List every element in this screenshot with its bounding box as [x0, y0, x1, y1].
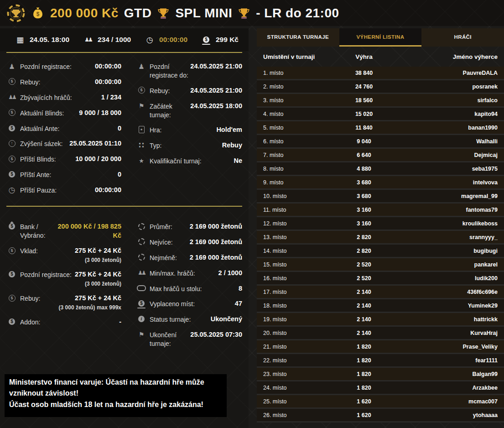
name-cell: Balgan99 [395, 371, 498, 377]
tab-tournament-structure[interactable]: STRUKTURA TURNAJE [257, 28, 339, 47]
tournament-stats-grid: Bank / Vybráno: 200 000 Kč / 198 825 Kč … [0, 213, 249, 356]
app-logo [6, 4, 26, 23]
moneybag-header-icon: $ [31, 6, 45, 20]
flag-icon [136, 102, 147, 110]
tab-players[interactable]: HRÁČI [421, 28, 504, 47]
name-cell: kapito94 [395, 111, 498, 117]
winner-row: 6. místo 9 040 Walhalli [257, 135, 504, 149]
info-value: 25.05.2025 01:10 [69, 139, 121, 148]
place-cell: 14. místo [263, 248, 333, 254]
win-cell: 3 680 [333, 179, 395, 186]
info-value: - [119, 318, 121, 327]
place-cell: 5. místo [263, 125, 333, 131]
place-cell: 9. místo [263, 179, 333, 186]
gtd-label: GTD [124, 6, 152, 21]
app-header: $ 200 000 Kč GTD SPL MINI - LR do 21:00 [0, 0, 504, 26]
winner-row: 25. místo 1 620 mcmac007 [257, 395, 504, 409]
name-cell: posranek [395, 84, 498, 90]
info-label: Příští Pauza: [20, 186, 95, 195]
info-subvalue: (3 000 žetonů) [6, 256, 121, 264]
info-label: Addon: [20, 318, 119, 327]
name-cell: magremal_99 [395, 193, 498, 199]
stopwatch-icon [144, 36, 155, 44]
info-label: Rebuy: [20, 78, 95, 87]
name-cell: Yuminek29 [395, 303, 498, 309]
winner-row: 16. místo 2 520 ludik200 [257, 272, 504, 286]
place-cell: 20. místo [263, 330, 333, 336]
winner-row: 12. místo 3 160 kroulikeboss [257, 217, 504, 231]
info-label: Příští Blinds: [20, 155, 75, 164]
win-cell: 2 820 [333, 234, 395, 240]
name-cell: KurvaHraj [395, 330, 498, 336]
info-row: Max hráčů u stolu: 8 [136, 284, 242, 293]
info-row: Příští Ante: 0 [6, 170, 121, 179]
winner-row: 17. místo 2 140 436f6c696e [257, 286, 504, 299]
tournament-info-panel: 24.05. 18:00 234 / 1000 00:00:00 299 Kč [0, 28, 249, 428]
name-cell: sirfalco [395, 97, 498, 104]
gold-divider [6, 206, 242, 207]
info-value: 275 Kč + 24 Kč [75, 294, 121, 303]
info-row: Kvalifikační turnaj: Ne [136, 157, 242, 166]
coins-icon [6, 78, 17, 86]
moneybag-icon [6, 222, 17, 230]
info-value: 24.05.2025 18:00 [190, 102, 242, 111]
payout-icon [136, 299, 147, 308]
place-cell: 21. místo [263, 344, 333, 350]
winner-row: 1. místo 38 840 PauvreDALA [257, 67, 504, 80]
place-cell: 2. místo [263, 84, 333, 90]
name-cell: ytohaaaa [395, 412, 498, 418]
info-row: Vklad: 275 Kč + 24 Kč (3 000 žetonů) [6, 246, 121, 264]
summary-strip: 24.05. 18:00 234 / 1000 00:00:00 299 Kč [0, 28, 249, 51]
warning-line: Ministerstvo financí varuje: Účastí na h… [9, 377, 222, 400]
info-label: Max hráčů u stolu: [150, 284, 239, 293]
info-label: Pozdní registrace: [20, 62, 95, 71]
cards-icon [136, 125, 147, 134]
info-label: Pozdní registrace: [20, 270, 75, 279]
info-value: 10 000 / 20 000 [75, 155, 121, 164]
winner-row: 18. místo 2 140 Yuminek29 [257, 299, 504, 313]
summary-buyin: 299 Kč [201, 36, 239, 44]
place-cell: 15. místo [263, 261, 333, 268]
info-value: 2 / 1000 [218, 269, 242, 278]
win-cell: 3 680 [333, 193, 395, 199]
info-icon [136, 315, 147, 323]
info-value: 00:00:00 [95, 78, 121, 87]
info-row: Hra: Hold'em [136, 125, 242, 135]
info-label: Ukončení turnaje: [150, 330, 190, 348]
svg-text:$: $ [36, 10, 40, 17]
info-label: Příští Ante: [20, 170, 118, 179]
place-cell: 25. místo [263, 398, 333, 405]
info-label: Status turnaje: [150, 315, 211, 324]
info-row: Začátek turnaje: 24.05.2025 18:00 [136, 102, 242, 120]
win-cell: 15 020 [333, 111, 395, 117]
tab-winners-list[interactable]: VÝHERNÍ LISTINA [339, 28, 422, 47]
winner-row: 21. místo 1 820 Prase_Veliky [257, 340, 504, 354]
info-row: Pozdní registrace do: 24.05.2025 21:00 [136, 62, 242, 80]
info-row: Zvýšení sázek: 25.05.2025 01:10 [6, 139, 121, 148]
place-cell: 23. místo [263, 371, 333, 377]
name-cell: Walhalli [395, 138, 498, 145]
info-label: Vyplaceno míst: [150, 299, 235, 308]
summary-date: 24.05. 18:00 [15, 36, 69, 44]
name-cell: fear1111 [395, 357, 498, 364]
info-subvalue: (3 000 žetonů) max 999x [6, 304, 121, 311]
summary-timer: 00:00:00 [144, 36, 187, 44]
place-cell: 1. místo [263, 70, 333, 76]
place-cell: 12. místo [263, 220, 333, 227]
winner-row: 24. místo 1 820 Arzakbee [257, 381, 504, 395]
people-icon [6, 93, 17, 101]
info-row: Typ: Rebuy [136, 141, 242, 150]
person-add-icon [6, 62, 17, 70]
summary-players: 234 / 1000 [83, 36, 131, 44]
winners-table-header: Umístění v turnaji Výhra Jméno výherce [257, 47, 504, 67]
place-cell: 26. místo [263, 412, 333, 418]
winner-row: 15. místo 2 520 pankarel [257, 258, 504, 272]
info-label: Typ: [150, 141, 222, 150]
name-cell: srannyyy_ [395, 234, 498, 240]
table-oval-icon [136, 284, 147, 292]
name-cell: PauvreDALA [395, 70, 498, 76]
info-label: Aktuální Ante: [20, 124, 118, 133]
win-cell: 18 560 [333, 97, 395, 104]
winner-row: 19. místo 2 140 hattrickk [257, 313, 504, 327]
win-cell: 1 620 [333, 412, 395, 418]
